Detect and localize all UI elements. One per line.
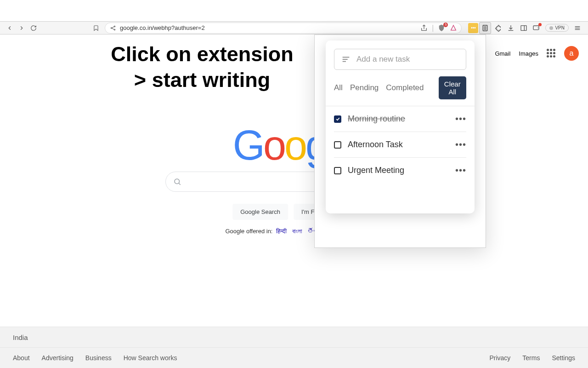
search-icon (173, 178, 181, 186)
extension-1-icon[interactable]: ••• (468, 23, 478, 33)
svg-line-4 (112, 28, 114, 29)
task-text: Afternoon Task (348, 140, 449, 150)
task-row: Urgent Meeting ••• (334, 158, 466, 183)
google-search-button[interactable]: Google Search (232, 204, 288, 220)
extension-todo-icon[interactable] (479, 22, 491, 34)
task-row: Morning routine ••• (334, 106, 466, 132)
gmail-link[interactable]: Gmail (495, 50, 510, 57)
footer-how-search-works[interactable]: How Search works (124, 354, 177, 362)
svg-point-1 (114, 26, 115, 27)
footer-business[interactable]: Business (85, 354, 112, 362)
url-text: google.co.in/webhp?authuser=2 (120, 24, 205, 31)
task-text: Morning routine (348, 114, 449, 124)
footer-links: About Advertising Business How Search wo… (0, 348, 588, 368)
task-checkbox[interactable] (334, 141, 341, 149)
avatar[interactable]: a (564, 46, 579, 61)
instruction-overlay: Click on extension > start writing (78, 41, 326, 93)
lang-link[interactable]: বাংলা (292, 228, 302, 235)
task-more-icon[interactable]: ••• (455, 114, 466, 124)
footer-settings[interactable]: Settings (552, 354, 575, 362)
bookmark-icon[interactable] (91, 23, 101, 33)
new-task-input-wrap (334, 49, 466, 70)
list-icon (341, 54, 351, 64)
extension-popup: All Pending Completed Clear All Morning … (314, 34, 486, 248)
filter-completed[interactable]: Completed (386, 83, 424, 92)
svg-point-2 (114, 29, 115, 30)
task-more-icon[interactable]: ••• (455, 139, 466, 150)
wallet-icon[interactable] (531, 22, 543, 34)
footer-advertising[interactable]: Advertising (42, 354, 74, 362)
task-checkbox[interactable] (334, 167, 341, 174)
brave-rewards-icon[interactable] (449, 24, 458, 32)
svg-rect-12 (521, 25, 526, 30)
new-task-input[interactable] (356, 55, 459, 64)
filter-row: All Pending Completed Clear All (326, 70, 475, 106)
footer-about[interactable]: About (13, 354, 30, 362)
forward-button[interactable] (17, 23, 27, 33)
task-more-icon[interactable]: ••• (455, 165, 466, 176)
browser-toolbar: google.co.in/webhp?authuser=2 | 5 ••• (0, 21, 588, 34)
reload-button[interactable] (28, 23, 39, 33)
notification-dot (538, 23, 542, 26)
svg-point-0 (111, 27, 112, 28)
footer-country: India (0, 327, 588, 348)
clear-all-button[interactable]: Clear All (439, 76, 466, 99)
svg-point-18 (175, 179, 180, 184)
google-apps-icon[interactable] (547, 49, 556, 58)
back-button[interactable] (5, 23, 15, 33)
address-bar[interactable]: google.co.in/webhp?authuser=2 | 5 (105, 23, 462, 34)
svg-line-3 (112, 27, 114, 28)
task-list: Morning routine ••• Afternoon Task ••• U… (326, 106, 475, 183)
filter-all[interactable]: All (334, 83, 343, 92)
footer-privacy[interactable]: Privacy (489, 354, 510, 362)
footer-terms[interactable]: Terms (522, 354, 540, 362)
shields-count: 5 (443, 23, 448, 27)
todo-card: All Pending Completed Clear All Morning … (326, 40, 475, 213)
extensions-icon[interactable] (492, 22, 504, 34)
brave-shields-icon[interactable]: 5 (437, 24, 446, 32)
task-row: Afternoon Task ••• (334, 132, 466, 158)
svg-line-19 (179, 183, 180, 184)
images-link[interactable]: Images (519, 50, 538, 57)
menu-icon[interactable] (571, 22, 583, 34)
share-icon[interactable] (420, 24, 428, 32)
downloads-icon[interactable] (505, 22, 517, 34)
site-settings-icon[interactable] (110, 25, 116, 31)
sidebar-icon[interactable] (518, 22, 530, 34)
vpn-status-dot (549, 26, 553, 30)
svg-marker-6 (451, 25, 456, 30)
google-header: Gmail Images a (495, 46, 579, 61)
task-text: Urgent Meeting (348, 166, 449, 175)
task-checkbox[interactable] (334, 115, 341, 123)
lang-link[interactable]: हिन्दी (276, 228, 287, 235)
vpn-button[interactable]: VPN (545, 24, 569, 32)
filter-pending[interactable]: Pending (350, 83, 379, 92)
